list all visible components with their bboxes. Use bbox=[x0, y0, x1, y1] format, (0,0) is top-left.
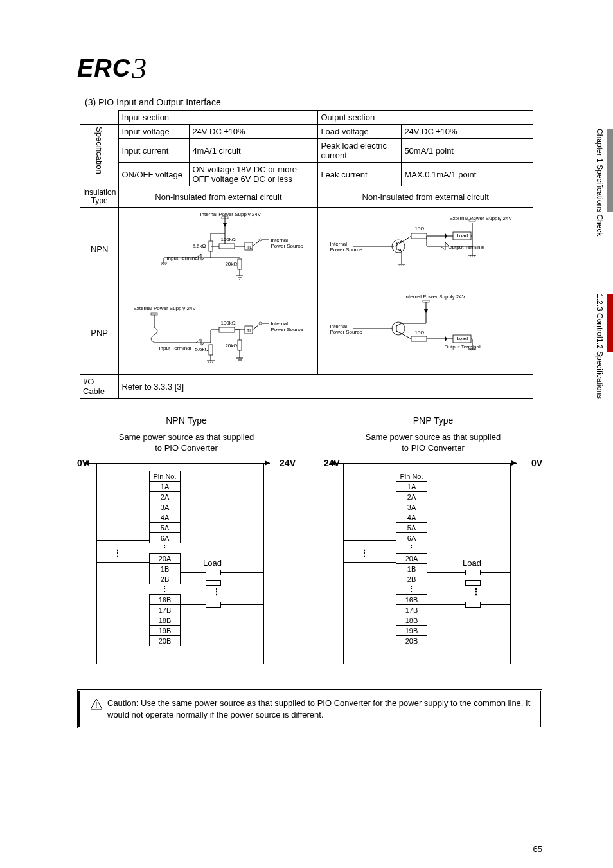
dots: ⋮ bbox=[396, 584, 427, 595]
tab-spec-text: 1.2 Specifications bbox=[595, 338, 604, 399]
svg-point-17 bbox=[259, 239, 262, 241]
npn-wiring-title: NPN Type bbox=[77, 415, 296, 426]
section-title: (3) PIO Input and Output Interface bbox=[85, 97, 542, 107]
side-tab-spec: 1.2.3 Control 1.2 Specifications bbox=[595, 294, 613, 399]
cell: 24V DC ±10% bbox=[402, 125, 533, 139]
logo-brand: ERC bbox=[77, 55, 130, 82]
svg-marker-56 bbox=[196, 339, 205, 345]
label: Internal Power Source bbox=[330, 241, 362, 253]
npn-output-circuit: 15Ω Load External Power Supply 24V Inter… bbox=[318, 208, 533, 291]
label: 100kΩ bbox=[220, 320, 235, 326]
pin: 1A bbox=[396, 482, 427, 492]
label: 20kΩ bbox=[225, 343, 237, 348]
label: 5.6kΩ bbox=[195, 347, 208, 352]
svg-text:TL: TL bbox=[247, 245, 252, 249]
pin: 4A bbox=[396, 512, 427, 523]
pin: 1B bbox=[396, 564, 427, 574]
rail-0v: 0V bbox=[531, 458, 542, 468]
pin: 20B bbox=[150, 636, 181, 646]
pin: 17B bbox=[396, 605, 427, 615]
label: External Power Supply 24V bbox=[449, 215, 511, 221]
load-box bbox=[465, 602, 481, 608]
svg-marker-78 bbox=[424, 309, 428, 313]
svg-rect-52 bbox=[151, 313, 157, 315]
load-box bbox=[206, 580, 221, 586]
svg-point-79 bbox=[392, 322, 405, 335]
label: Input Terminal bbox=[166, 255, 199, 261]
pin: 19B bbox=[150, 626, 181, 636]
load-label: Load bbox=[463, 558, 481, 568]
cell: MAX.0.1mA/1 point bbox=[402, 163, 533, 186]
pin: 17B bbox=[150, 605, 181, 615]
cell: Input voltage bbox=[119, 125, 190, 139]
output-section-header: Output section bbox=[318, 111, 533, 125]
pin: 4A bbox=[150, 512, 181, 523]
label: Internal Power Supply 24V bbox=[200, 212, 261, 217]
svg-rect-57 bbox=[219, 327, 235, 332]
pin: 16B bbox=[150, 595, 181, 605]
cell: Input current bbox=[119, 139, 190, 163]
pin: 6A bbox=[396, 533, 427, 543]
label: Internal Power Supply 24V bbox=[404, 294, 465, 300]
load-box bbox=[465, 570, 481, 575]
caution-icon: ! bbox=[89, 698, 103, 710]
label: Internal Power Source bbox=[271, 237, 303, 249]
tab-control-text: 1.2.3 Control bbox=[595, 294, 604, 338]
pnp-output-circuit: Internal Power Supply 24V Internal Power… bbox=[318, 291, 533, 375]
pin: 2A bbox=[396, 492, 427, 502]
pin: 16B bbox=[396, 595, 427, 605]
label: External Power Supply 24V bbox=[133, 305, 195, 311]
caution-box: ! Caution: Use the same power source as … bbox=[77, 689, 542, 728]
logo-rule bbox=[155, 71, 542, 73]
npn-label: NPN bbox=[80, 208, 119, 291]
svg-marker-89 bbox=[445, 336, 447, 341]
label: Output Terminal bbox=[444, 344, 480, 350]
logo-model: 3 bbox=[132, 51, 147, 86]
insulation-input: Non-insulated from external circuit bbox=[119, 186, 318, 208]
insulation-output: Non-insulated from external circuit bbox=[318, 186, 533, 208]
wiring-supply-note: Same power source as that supplied to PI… bbox=[324, 432, 542, 454]
pin: 19B bbox=[396, 626, 427, 636]
label: Internal Power Source bbox=[271, 321, 303, 332]
specification-label: Specification bbox=[80, 125, 119, 186]
pin: 1B bbox=[150, 564, 181, 574]
pin-table: Pin No. 1A 2A 3A 4A 5A 6A ⋮ 20A 1B 2B ⋮ … bbox=[396, 471, 427, 646]
pin-header: Pin No. bbox=[396, 471, 427, 482]
rail-24v: 24V bbox=[324, 458, 340, 468]
pin: 2B bbox=[150, 574, 181, 584]
pnp-wiring-title: PNP Type bbox=[324, 415, 542, 426]
svg-marker-2 bbox=[223, 223, 227, 227]
pin: 2B bbox=[396, 574, 427, 584]
pin: 2A bbox=[150, 492, 181, 502]
cell: ON voltage 18V DC or more OFF voltage 6V… bbox=[190, 163, 318, 186]
label: 15Ω bbox=[414, 226, 424, 231]
pin: 3A bbox=[396, 502, 427, 512]
caution-label: Caution: bbox=[107, 698, 138, 708]
label: 15Ω bbox=[414, 330, 424, 336]
pin: 18B bbox=[150, 615, 181, 626]
label: Internal Power Source bbox=[330, 323, 362, 335]
cell: ON/OFF voltage bbox=[119, 163, 190, 186]
pnp-input-circuit: TL External Power Supply 24V Input Termi… bbox=[119, 291, 318, 375]
cell: 50mA/1 point bbox=[402, 139, 533, 163]
pin: 20B bbox=[396, 636, 427, 646]
tab-chapter-text: Chapter 1 Specifications Check bbox=[595, 129, 607, 236]
input-section-header: Input section bbox=[119, 111, 318, 125]
insulation-label: Insulation Type bbox=[80, 186, 119, 208]
cell: 24V DC ±10% bbox=[190, 125, 318, 139]
dots: ⋮ bbox=[360, 548, 369, 558]
svg-rect-11 bbox=[219, 244, 235, 249]
svg-text:!: ! bbox=[95, 701, 97, 710]
cell: Peak load electric current bbox=[318, 139, 402, 163]
npn-wiring: NPN Type Same power source as that suppl… bbox=[77, 415, 296, 670]
dots: ⋮ bbox=[150, 543, 181, 554]
pin: 18B bbox=[396, 615, 427, 626]
npn-input-circuit: TL Internal Power Supply 24V 5.6kΩ bbox=[119, 208, 318, 291]
svg-rect-21 bbox=[238, 259, 242, 269]
svg-line-82 bbox=[396, 331, 402, 334]
caution-text: Caution: Use the same power source as th… bbox=[107, 698, 531, 720]
svg-line-67 bbox=[253, 325, 259, 330]
label: Input Terminal bbox=[159, 345, 191, 351]
label: Load bbox=[456, 233, 468, 239]
pin: 1A bbox=[150, 482, 181, 492]
